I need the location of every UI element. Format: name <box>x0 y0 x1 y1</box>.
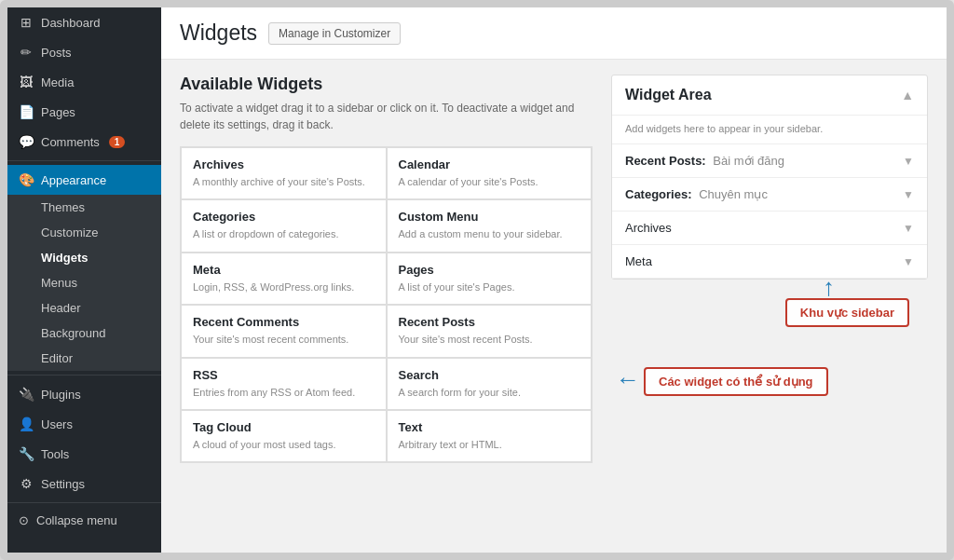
widget-area-item-label: Meta <box>625 254 652 268</box>
sidebar-item-label: Appearance <box>41 173 106 187</box>
available-widgets-panel: Available Widgets To activate a widget d… <box>180 75 593 463</box>
sidebar-divider3 <box>7 502 161 503</box>
widget-custom-menu-title: Custom Menu <box>399 210 580 224</box>
widget-area-item-label: Recent Posts: Bài mới đăng <box>625 154 784 168</box>
widget-categories-title: Categories <box>193 210 375 224</box>
widget-pages-desc: A list of your site's Pages. <box>399 280 580 294</box>
widget-text-desc: Arbitrary text or HTML. <box>399 438 580 452</box>
arrow-widgets-left: ← <box>616 367 640 391</box>
widget-search-title: Search <box>399 368 580 382</box>
available-widgets-desc: To activate a widget drag it to a sideba… <box>180 100 593 133</box>
widget-archives-desc: A monthly archive of your site's Posts. <box>193 175 375 189</box>
widget-pages[interactable]: Pages A list of your site's Pages. <box>387 253 593 305</box>
widget-rss-title: RSS <box>193 368 375 382</box>
sidebar-item-label: Posts <box>41 46 72 60</box>
posts-icon: ✏ <box>19 45 34 60</box>
widget-area-box: Widget Area ▲ Add widgets here to appear… <box>611 75 928 280</box>
annotation-sidebar-label: Khu vực sidebar <box>785 298 909 327</box>
sidebar-subitem-menus[interactable]: Menus <box>7 270 161 295</box>
widget-recent-posts-title: Recent Posts <box>399 315 580 329</box>
widget-area-item-label: Archives <box>625 221 672 235</box>
annotation-widgets-label: Các widget có thể sử dụng <box>644 367 828 396</box>
sidebar-item-pages[interactable]: 📄 Pages <box>7 97 161 127</box>
manage-in-customizer-button[interactable]: Manage in Customizer <box>268 22 401 45</box>
appearance-icon: 🎨 <box>19 172 34 187</box>
content-body: Available Widgets To activate a widget d… <box>161 60 947 478</box>
sidebar-item-settings[interactable]: ⚙ Settings <box>7 469 161 499</box>
comments-badge: 1 <box>109 136 126 148</box>
chevron-down-icon: ▼ <box>903 188 914 201</box>
widget-text-title: Text <box>399 420 580 434</box>
widget-area-header: Widget Area ▲ <box>612 75 927 116</box>
widget-area-item-categories[interactable]: Categories: Chuyên mục ▼ <box>612 178 927 212</box>
collapse-menu-button[interactable]: ⊙ Collapse menu <box>7 507 161 534</box>
sidebar-subitem-editor[interactable]: Editor <box>7 346 161 371</box>
comments-icon: 💬 <box>19 134 34 149</box>
sidebar-subitem-widgets[interactable]: Widgets <box>7 245 161 270</box>
annotations-container: ↑ Khu vực sidebar ← Các widget có thể sử… <box>611 289 928 401</box>
collapse-label: Collapse menu <box>36 513 117 527</box>
sidebar-item-label: Pages <box>41 105 75 119</box>
users-icon: 👤 <box>19 417 34 431</box>
widget-custom-menu[interactable]: Custom Menu Add a custom menu to your si… <box>387 199 593 252</box>
sidebar-item-posts[interactable]: ✏ Posts <box>7 37 161 67</box>
widget-area-item-archives[interactable]: Archives ▼ <box>612 212 927 245</box>
widgets-grid: Archives A monthly archive of your site'… <box>180 146 593 463</box>
widget-recent-comments-desc: Your site's most recent comments. <box>193 333 375 347</box>
widget-search[interactable]: Search A search form for your site. <box>387 358 593 410</box>
widget-recent-posts[interactable]: Recent Posts Your site's most recent Pos… <box>387 305 593 357</box>
appearance-submenu: Themes Customize Widgets Menus Header Ba… <box>7 195 161 371</box>
sidebar-item-comments[interactable]: 💬 Comments 1 <box>7 127 161 157</box>
widget-archives[interactable]: Archives A monthly archive of your site'… <box>181 147 387 199</box>
plugins-icon: 🔌 <box>19 387 34 402</box>
widget-categories[interactable]: Categories A list or dropdown of categor… <box>181 199 387 252</box>
sidebar-item-media[interactable]: 🖼 Media <box>7 67 161 97</box>
sidebar-subitem-themes[interactable]: Themes <box>7 195 161 220</box>
chevron-down-icon: ▼ <box>903 255 914 268</box>
sidebar-item-appearance[interactable]: 🎨 Appearance <box>7 165 161 195</box>
main-content: Widgets Manage in Customizer Available W… <box>161 7 947 553</box>
sidebar-item-plugins[interactable]: 🔌 Plugins <box>7 379 161 409</box>
sidebar-item-label: Comments <box>41 135 100 149</box>
widget-meta[interactable]: Meta Login, RSS, & WordPress.org links. <box>181 253 387 305</box>
widget-pages-title: Pages <box>399 263 580 277</box>
sidebar-subitem-header[interactable]: Header <box>7 295 161 321</box>
widget-calendar-title: Calendar <box>399 157 580 171</box>
widget-area-item-meta[interactable]: Meta ▼ <box>612 245 927 279</box>
widget-custom-menu-desc: Add a custom menu to your sidebar. <box>399 227 580 241</box>
available-widgets-title: Available Widgets <box>180 75 593 94</box>
pages-icon: 📄 <box>19 104 34 119</box>
collapse-icon: ⊙ <box>19 513 29 527</box>
sidebar-divider <box>7 160 161 161</box>
widget-area-desc: Add widgets here to appear in your sideb… <box>612 116 927 144</box>
sidebar-item-label: Media <box>41 75 74 89</box>
sidebar-item-dashboard[interactable]: ⊞ Dashboard <box>7 7 161 37</box>
sidebar-subitem-customize[interactable]: Customize <box>7 220 161 245</box>
widget-area-collapse-icon[interactable]: ▲ <box>901 88 914 102</box>
chevron-down-icon: ▼ <box>903 222 914 235</box>
sidebar-item-label: Tools <box>41 447 69 461</box>
sidebar-item-label: Users <box>41 417 73 431</box>
widget-area-item-recent-posts[interactable]: Recent Posts: Bài mới đăng ▼ <box>612 144 927 178</box>
widget-text[interactable]: Text Arbitrary text or HTML. <box>387 410 593 462</box>
sidebar-item-users[interactable]: 👤 Users <box>7 409 161 439</box>
widget-tag-cloud-title: Tag Cloud <box>193 420 375 434</box>
widget-categories-desc: A list or dropdown of categories. <box>193 227 375 241</box>
widget-recent-comments-title: Recent Comments <box>193 315 375 329</box>
sidebar-item-label: Settings <box>41 477 85 491</box>
page-title: Widgets <box>180 20 257 46</box>
widget-rss[interactable]: RSS Entries from any RSS or Atom feed. <box>181 358 387 410</box>
widget-tag-cloud[interactable]: Tag Cloud A cloud of your most used tags… <box>181 410 387 462</box>
arrow-sidebar-up: ↑ <box>823 275 835 299</box>
widget-meta-desc: Login, RSS, & WordPress.org links. <box>193 280 375 294</box>
widget-recent-comments[interactable]: Recent Comments Your site's most recent … <box>181 305 387 357</box>
media-icon: 🖼 <box>19 75 34 89</box>
widget-calendar[interactable]: Calendar A calendar of your site's Posts… <box>387 147 593 199</box>
chevron-down-icon: ▼ <box>903 155 914 168</box>
sidebar: ⊞ Dashboard ✏ Posts 🖼 Media 📄 Pages 💬 Co… <box>7 7 161 553</box>
widget-rss-desc: Entries from any RSS or Atom feed. <box>193 386 375 400</box>
sidebar-item-tools[interactable]: 🔧 Tools <box>7 439 161 469</box>
widget-area-item-label: Categories: Chuyên mục <box>625 187 768 201</box>
sidebar-subitem-background[interactable]: Background <box>7 321 161 346</box>
sidebar-divider2 <box>7 375 161 376</box>
